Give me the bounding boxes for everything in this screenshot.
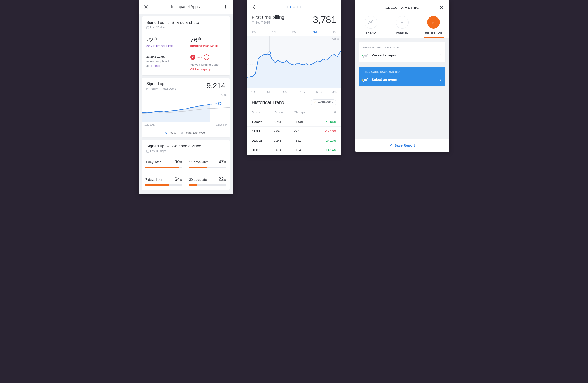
calendar-icon bbox=[146, 150, 149, 153]
col-date[interactable]: Date bbox=[252, 111, 258, 114]
svg-point-5 bbox=[268, 52, 271, 55]
range-tab-6m[interactable]: 6M bbox=[312, 30, 316, 34]
svg-point-20 bbox=[432, 23, 433, 24]
ret-val: 90 bbox=[174, 159, 180, 164]
retention-cell: 14 days later47% bbox=[186, 155, 230, 173]
svg-point-10 bbox=[369, 21, 370, 22]
arrow-right-icon: → bbox=[166, 144, 170, 148]
svg-point-18 bbox=[433, 22, 434, 23]
dots-icon: •••▸ bbox=[197, 56, 203, 59]
save-label: Save Report bbox=[395, 143, 415, 147]
cell-change: +104 bbox=[294, 148, 315, 152]
phone-dashboard: Instapanel App Signed up → Shared a phot… bbox=[139, 0, 233, 194]
table-row[interactable]: JAN 1 2,690 -555 -17.10% bbox=[247, 127, 341, 136]
pager-dot bbox=[293, 6, 295, 8]
calendar-icon bbox=[146, 26, 149, 29]
card-caption: SHOW ME USERS WHO DID bbox=[359, 42, 445, 49]
step-badges: 2 •••▸ 3 bbox=[190, 54, 226, 60]
range-tab-1m[interactable]: 1M bbox=[272, 30, 276, 34]
completion-label: COMPLETION RATE bbox=[146, 45, 182, 47]
legend-dot-lastweek bbox=[181, 132, 183, 134]
svg-point-12 bbox=[372, 20, 373, 21]
col-change[interactable]: Change bbox=[294, 111, 315, 114]
completion-panel: 22% COMPLETION RATE 23.1K / 10.5K users … bbox=[142, 32, 186, 75]
svg-point-21 bbox=[433, 23, 434, 24]
range-tab-1y[interactable]: 1Y bbox=[333, 30, 336, 34]
ret-val: 47 bbox=[218, 159, 224, 164]
svg-point-7 bbox=[314, 103, 315, 103]
svg-point-22 bbox=[363, 57, 364, 58]
funnel-card[interactable]: Signed up → Shared a photo Last 30 days … bbox=[142, 17, 230, 75]
aggregate-selector[interactable]: AVERAGE ▾ bbox=[311, 99, 336, 106]
svg-point-6 bbox=[315, 101, 315, 102]
cell-change: +1,091 bbox=[294, 120, 315, 124]
cell-change: -555 bbox=[294, 130, 315, 133]
legend-b: Thurs, Last Week bbox=[184, 131, 206, 135]
svg-point-24 bbox=[365, 56, 366, 57]
ret-val: 64 bbox=[174, 177, 180, 182]
average-icon bbox=[314, 101, 316, 104]
pager-dots[interactable] bbox=[287, 6, 301, 8]
signups-card[interactable]: Signed up Today — Total Users 9,214 4,00… bbox=[142, 78, 230, 137]
range-tab-1w[interactable]: 1W bbox=[252, 30, 256, 34]
aggregate-label: AVERAGE bbox=[318, 101, 331, 104]
ret-step-b: Watched a video bbox=[172, 144, 201, 149]
metric-chart[interactable]: 5,000 0 bbox=[247, 36, 341, 88]
pct: % bbox=[224, 178, 226, 181]
app-header: Instapanel App bbox=[139, 0, 233, 14]
funnel-range: Last 30 days bbox=[150, 26, 166, 29]
event-value: Viewed a report bbox=[372, 53, 398, 57]
dropoff-value: 76 bbox=[190, 36, 198, 44]
return-event-card[interactable]: THEN CAME BACK AND DID Select an event › bbox=[359, 67, 445, 86]
card-caption: THEN CAME BACK AND DID bbox=[359, 67, 445, 73]
phone-metric-detail: First time billing Sep 7 2015 3,781 1W 1… bbox=[247, 0, 341, 155]
completion-sub1: users completed bbox=[146, 59, 182, 64]
cell-pct: +40.56% bbox=[315, 120, 336, 124]
tab-trend[interactable]: TREND bbox=[355, 16, 386, 38]
tab-label: TREND bbox=[355, 31, 386, 34]
svg-point-23 bbox=[364, 55, 365, 56]
calendar-icon bbox=[146, 88, 149, 90]
settings-icon[interactable] bbox=[144, 4, 149, 9]
dropoff-label: HIGHEST DROP-OFF bbox=[190, 45, 226, 47]
svg-point-16 bbox=[435, 21, 435, 22]
table-row[interactable]: DEC 25 3,245 +631 +24.13% bbox=[247, 136, 341, 145]
range-tab-3m[interactable]: 3M bbox=[292, 30, 296, 34]
close-icon[interactable] bbox=[439, 5, 444, 10]
save-report-button[interactable]: ✓ Save Report bbox=[355, 139, 449, 152]
retention-cell: 7 days later64% bbox=[142, 173, 186, 190]
historical-title: Historical Trend bbox=[252, 100, 284, 105]
app-name: Instapanel App bbox=[171, 4, 198, 9]
step-badge-3: 3 bbox=[204, 54, 209, 60]
retention-icon bbox=[427, 16, 440, 29]
svg-point-9 bbox=[368, 23, 369, 24]
cell-visitors: 3,245 bbox=[274, 139, 294, 142]
app-switcher[interactable]: Instapanel App bbox=[171, 4, 200, 9]
pct: % bbox=[180, 178, 182, 181]
svg-point-0 bbox=[145, 6, 147, 7]
tab-retention[interactable]: RETENTION bbox=[418, 16, 449, 38]
table-row[interactable]: DEC 18 2,614 +104 +4.14% bbox=[247, 145, 341, 155]
pager-dot bbox=[287, 6, 288, 8]
cell-date: DEC 18 bbox=[252, 148, 274, 152]
month-label: NOV bbox=[300, 90, 305, 93]
first-event-card[interactable]: SHOW ME USERS WHO DID Viewed a report › bbox=[359, 42, 445, 62]
funnel-step-b: Shared a photo bbox=[172, 20, 199, 25]
svg-point-15 bbox=[434, 21, 434, 22]
add-icon[interactable] bbox=[223, 4, 228, 9]
event-trend-icon bbox=[363, 54, 369, 57]
cell-pct: +24.13% bbox=[315, 139, 336, 142]
funnel-icon bbox=[396, 16, 409, 29]
tab-funnel[interactable]: FUNNEL bbox=[386, 16, 418, 38]
tab-label: RETENTION bbox=[418, 31, 449, 34]
ret-step-a: Signed up bbox=[146, 144, 164, 149]
svg-point-14 bbox=[433, 21, 434, 22]
retention-card[interactable]: Signed up → Watched a video Last 30 days… bbox=[142, 140, 230, 190]
col-pct[interactable]: % bbox=[315, 111, 336, 114]
x-from: 12:01 AM bbox=[145, 123, 155, 126]
table-row[interactable]: TODAY 3,781 +1,091 +40.56% bbox=[247, 117, 341, 127]
cell-visitors: 2,690 bbox=[274, 130, 294, 133]
funnel-card-header: Signed up → Shared a photo Last 30 days bbox=[142, 17, 230, 32]
back-icon[interactable] bbox=[252, 4, 257, 10]
col-visitors[interactable]: Visitors bbox=[274, 111, 294, 114]
